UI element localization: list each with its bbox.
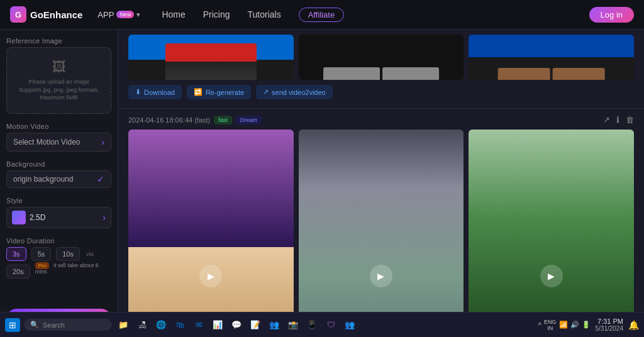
- duration-5s[interactable]: 5s: [31, 247, 52, 261]
- date-display: 5/31/2024: [596, 325, 624, 332]
- taskbar: ⊞ 🔍 Search 📁 🏖 🌐 🛍 ✉ 📊 💬 📝 👥 📸 📱 🛡 👥 ^ E…: [0, 312, 644, 337]
- start-button[interactable]: ⊞: [5, 318, 20, 332]
- top-download-button[interactable]: ⬇ Download: [128, 85, 182, 99]
- duration-options: 3s 5s 10s via: [6, 247, 111, 261]
- taskbar-app-teams[interactable]: 👥: [342, 318, 357, 333]
- video-thumb-top-2[interactable]: [299, 35, 464, 80]
- via-label: via: [86, 251, 94, 257]
- search-icon: 🔍: [30, 321, 39, 329]
- taskbar-app-edge[interactable]: 🌐: [153, 318, 169, 333]
- app-dropdown[interactable]: APP New ▾: [97, 10, 140, 19]
- middle-section-header: 2024-04-16 18:06:44 (fast) fast Dream ↗ …: [128, 115, 634, 124]
- upload-icon: 🖼: [12, 59, 106, 75]
- taskbar-app-messenger[interactable]: 💬: [229, 318, 244, 333]
- taskbar-app-vpn[interactable]: 🛡: [323, 318, 338, 333]
- download-label: Download: [144, 89, 175, 96]
- duration-3s[interactable]: 3s: [6, 247, 26, 261]
- logo-icon: G: [10, 6, 26, 23]
- nav-links: Home Pricing Tutorials Affiliate: [162, 8, 344, 22]
- upload-placeholder: Please upload an image: [12, 78, 106, 86]
- sidebar: Reference Image 🖼 Please upload an image…: [0, 30, 118, 337]
- main-layout: Reference Image 🖼 Please upload an image…: [0, 30, 644, 337]
- windows-icon: ⊞: [9, 320, 16, 330]
- chevron-down-icon: ▾: [136, 11, 140, 19]
- nav-tutorials[interactable]: Tutorials: [248, 9, 281, 19]
- check-icon: ✓: [97, 174, 104, 184]
- taskbar-app-beach[interactable]: 🏖: [135, 318, 150, 333]
- top-navigation: G GoEnhance APP New ▾ Home Pricing Tutor…: [0, 0, 644, 30]
- section-actions: ↗ ℹ 🗑: [603, 115, 634, 124]
- video-thumb-top-3[interactable]: [469, 35, 634, 80]
- background-section: Background origin background ✓: [6, 160, 111, 188]
- time-display: 7:31 PM: [596, 318, 624, 325]
- battery-icon: 🔋: [582, 321, 591, 329]
- select-arrow-icon: ›: [101, 137, 104, 147]
- video-duration-label: Video Duration: [6, 237, 111, 245]
- taskbar-app-excel[interactable]: 📊: [210, 318, 225, 333]
- new-badge: New: [116, 11, 134, 18]
- tag-dream: Dream: [236, 116, 262, 124]
- taskbar-system: ^ ENGIN 📶 🔊 🔋 7:31 PM 5/31/2024 🔔: [538, 318, 639, 332]
- style-section: Style 2.5D ›: [6, 197, 111, 228]
- motion-video-section: Motion Video Select Motion Video ›: [6, 123, 111, 152]
- taskbar-apps: 📁 🏖 🌐 🛍 ✉ 📊 💬 📝 👥 📸 📱 🛡 👥: [116, 318, 357, 333]
- top-regenerate-button[interactable]: 🔁 Re-generate: [187, 85, 251, 99]
- send-label: send video2video: [272, 89, 326, 96]
- taskbar-search[interactable]: 🔍 Search: [24, 319, 112, 331]
- notification-icon[interactable]: 🔔: [628, 320, 639, 330]
- nav-pricing[interactable]: Pricing: [203, 9, 230, 19]
- style-select[interactable]: 2.5D ›: [6, 207, 111, 228]
- duration-20s[interactable]: 20s: [6, 265, 30, 279]
- taskbar-app-whatsapp[interactable]: 📱: [304, 318, 319, 333]
- taskbar-app-notes[interactable]: 📝: [248, 318, 263, 333]
- middle-video-grid: ▶ ▶ ▶: [128, 130, 634, 337]
- top-video-grid: [128, 35, 634, 80]
- login-button[interactable]: Log in: [589, 7, 634, 23]
- middle-video-section: 2024-04-16 18:06:44 (fast) fast Dream ↗ …: [118, 109, 644, 337]
- play-button-3[interactable]: ▶: [540, 265, 563, 287]
- app-label: APP: [97, 10, 114, 19]
- reference-image-section: Reference Image 🖼 Please upload an image…: [6, 37, 111, 114]
- background-select[interactable]: origin background ✓: [6, 170, 111, 188]
- play-button-2[interactable]: ▶: [370, 265, 392, 287]
- brand-name: GoEnhance: [30, 9, 82, 20]
- system-icons: ^ ENGIN 📶 🔊 🔋: [538, 319, 591, 331]
- reference-image-label: Reference Image: [6, 37, 111, 45]
- search-placeholder: Search: [43, 321, 65, 329]
- chevron-icon[interactable]: ^: [538, 321, 541, 329]
- regen-icon: 🔁: [194, 88, 203, 96]
- upload-formats: Supports jpg, png, jpeg formats, Maximum…: [12, 86, 106, 102]
- motion-video-label: Motion Video: [6, 123, 111, 130]
- style-value: 2.5D: [30, 213, 45, 222]
- download-icon: ⬇: [135, 88, 141, 96]
- play-button-1[interactable]: ▶: [199, 265, 222, 287]
- video-thumb-middle-3[interactable]: ▶: [469, 130, 634, 337]
- top-action-row: ⬇ Download 🔁 Re-generate ↗ send video2vi…: [128, 85, 634, 99]
- motion-video-select[interactable]: Select Motion Video ›: [6, 133, 111, 152]
- info-icon[interactable]: ℹ: [616, 115, 619, 124]
- top-send-button[interactable]: ↗ send video2video: [256, 85, 333, 99]
- lang-label: ENGIN: [544, 319, 557, 331]
- logo-area[interactable]: G GoEnhance: [10, 6, 82, 23]
- section-meta: 2024-04-16 18:06:44 (fast) fast Dream: [128, 116, 262, 124]
- volume-icon[interactable]: 🔊: [570, 321, 579, 329]
- taskbar-app-instagram[interactable]: 📸: [286, 318, 301, 333]
- duration-10s[interactable]: 10s: [56, 247, 80, 261]
- style-arrow-icon: ›: [103, 213, 106, 223]
- top-video-section: ⬇ Download 🔁 Re-generate ↗ send video2vi…: [118, 30, 644, 108]
- taskbar-app-mail[interactable]: ✉: [191, 318, 206, 333]
- share-icon[interactable]: ↗: [603, 115, 610, 124]
- taskbar-app-store[interactable]: 🛍: [172, 318, 187, 333]
- section-timestamp: 2024-04-16 18:06:44 (fast): [128, 116, 210, 124]
- video-thumb-middle-1[interactable]: ▶: [128, 130, 294, 337]
- taskbar-app-facebook[interactable]: 👥: [267, 318, 282, 333]
- wifi-icon[interactable]: 📶: [559, 321, 568, 329]
- delete-icon[interactable]: 🗑: [626, 115, 634, 124]
- nav-affiliate[interactable]: Affiliate: [299, 8, 344, 22]
- reference-image-upload[interactable]: 🖼 Please upload an image Supports jpg, p…: [6, 47, 111, 114]
- video-thumb-top-1[interactable]: [128, 35, 294, 80]
- system-time[interactable]: 7:31 PM 5/31/2024: [596, 318, 624, 332]
- nav-home[interactable]: Home: [162, 9, 185, 19]
- taskbar-app-explorer[interactable]: 📁: [116, 318, 131, 333]
- video-thumb-middle-2[interactable]: ▶: [299, 130, 464, 337]
